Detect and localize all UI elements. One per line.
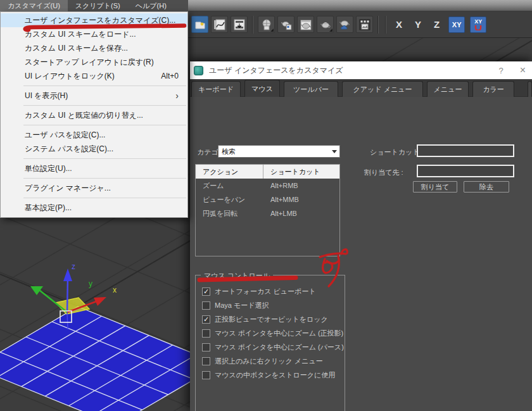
checkbox-label: Maya モード選択 <box>215 301 269 310</box>
gizmo-z-arrow[interactable] <box>63 269 72 281</box>
render-production-icon[interactable] <box>317 16 334 33</box>
application-window: x y z カスタマイズ(U) スクリプト(S) ヘルプ(H) <box>0 0 532 411</box>
menu-item-configure-user-paths[interactable]: ユーザ パスを設定(C)... <box>1 128 187 142</box>
xy-label: XY <box>474 18 482 25</box>
checkbox-zoom-about-pointer-ortho[interactable]: ✓ マウス ポインタを中心にズーム (正投影) <box>202 329 343 338</box>
menu-item-customize-ui[interactable]: ユーザ インタフェースをカスタマイズ(C)... <box>1 13 187 27</box>
tab-partial[interactable] <box>528 81 532 97</box>
gizmo-xy-plane-handle[interactable] <box>56 298 89 314</box>
curve-editor-icon[interactable] <box>211 16 228 33</box>
tab-quad-menus[interactable]: クアッド メニュー <box>342 81 423 97</box>
checkbox-autofocus-viewport[interactable]: ✓ オートフォーカス ビューポート <box>202 287 316 296</box>
menubar-item-customize[interactable]: カスタマイズ(U) <box>0 0 68 11</box>
chevron-down-icon <box>329 146 339 157</box>
assign-button[interactable]: 割り当て <box>413 181 457 193</box>
main-toolbar: X Y Z XY XY <box>187 11 532 38</box>
cell-action: 円弧を回転 <box>196 206 263 220</box>
checkbox-rightclick-menu-selection-only[interactable]: ✓ 選択上のみに右クリック メニュー <box>202 357 323 366</box>
mouse-control-group: マウス コントロール ✓ オートフォーカス ビューポート ✓ Maya モード選… <box>195 275 345 411</box>
menu-item-save-ui-scheme[interactable]: カスタム UI スキームを保存... <box>1 41 187 55</box>
snap-xy-button[interactable]: XY <box>470 16 486 33</box>
toolbar-separator <box>377 16 379 34</box>
checkbox-zoom-about-pointer-persp[interactable]: ✓ マウス ポインタを中心にズーム (パース) <box>202 343 344 352</box>
axis-constraint-xy-button[interactable]: XY <box>448 16 465 33</box>
rendered-frame-window-icon[interactable] <box>297 16 314 33</box>
slate-material-editor-icon[interactable] <box>191 16 208 33</box>
menu-item-custom-ui-defaults-switcher[interactable]: カスタム UI と既定値の切り替え... <box>1 108 187 122</box>
axis-label-z: z <box>72 262 75 271</box>
dialog-close-button[interactable]: × <box>520 65 526 76</box>
submenu-arrow-icon: › <box>175 91 179 101</box>
menu-item-configure-system-paths[interactable]: システム パスを設定(C)... <box>1 142 187 156</box>
window-caption-strip <box>187 0 532 11</box>
shortcut-field-label: ショートカット: <box>370 148 422 157</box>
menu-separator <box>23 178 186 179</box>
checkbox-icon[interactable]: ✓ <box>202 301 210 310</box>
render-last-icon[interactable] <box>356 16 373 33</box>
menu-separator <box>23 158 186 159</box>
remove-button[interactable]: 除去 <box>464 181 509 193</box>
render-in-cloud-icon[interactable] <box>336 16 353 33</box>
menu-item-show-ui[interactable]: UI を表示(H) › <box>1 89 187 103</box>
menubar-item-help[interactable]: ヘルプ(H) <box>128 0 174 11</box>
axis-constraint-x-button[interactable]: X <box>391 19 407 30</box>
plane-object[interactable] <box>0 307 220 411</box>
schematic-view-icon[interactable] <box>231 16 248 33</box>
dialog-titlebar[interactable]: ユーザ インタフェースをカスタマイズ ? × <box>190 61 532 79</box>
checkbox-icon[interactable]: ✓ <box>202 329 210 338</box>
customize-ui-dialog: ユーザ インタフェースをカスタマイズ ? × キーボード マウス ツールバー ク… <box>190 61 532 411</box>
gizmo-y-arrow[interactable] <box>30 286 43 295</box>
checkbox-lock-orbit-ortho[interactable]: ✓ 正投影ビューでオービットをロック <box>202 315 328 324</box>
header-action: アクション <box>196 165 263 179</box>
checkbox-label: 選択上のみに右クリック メニュー <box>215 357 323 366</box>
menu-item-load-ui-scheme[interactable]: カスタム UI スキームをロード... <box>1 27 187 41</box>
checkbox-icon[interactable]: ✓ <box>202 343 210 351</box>
checkbox-maya-mode-selection[interactable]: ✓ Maya モード選択 <box>202 301 269 310</box>
checkbox-icon[interactable]: ✓ <box>202 357 210 365</box>
customize-menu-dropdown: ユーザ インタフェースをカスタマイズ(C)... カスタム UI スキームをロー… <box>0 11 188 218</box>
table-row[interactable]: 円弧を回転 Alt+LMB <box>196 206 339 220</box>
assigned-to-input[interactable] <box>417 165 514 177</box>
menu-item-revert-startup-layout[interactable]: スタートアップ レイアウトに戻す(R) <box>1 55 187 69</box>
tab-menus[interactable]: メニュー <box>427 81 469 97</box>
assigned-to-label: 割り当て先 : <box>364 168 403 177</box>
menubar-item-scripting[interactable]: スクリプト(S) <box>68 0 128 11</box>
table-row[interactable]: ビューをパン Alt+MMB <box>196 193 339 206</box>
axis-label-y: y <box>89 279 92 288</box>
cell-action: ビューをパン <box>196 193 263 206</box>
tab-keyboard[interactable]: キーボード <box>191 81 241 97</box>
category-combobox[interactable]: 検索 <box>218 145 340 158</box>
dialog-help-button[interactable]: ? <box>498 66 519 75</box>
gizmo-x-arrow[interactable] <box>94 297 106 306</box>
menu-item-lock-ui-layout[interactable]: UI レイアウトをロック(K) Alt+0 <box>1 69 187 83</box>
menu-bar: カスタマイズ(U) スクリプト(S) ヘルプ(H) <box>0 0 188 11</box>
actions-listbox[interactable]: アクション ショートカット ズーム Alt+RMB ビューをパン Alt+MMB… <box>195 164 340 256</box>
material-editor-icon[interactable] <box>258 16 275 33</box>
checkbox-icon[interactable]: ✓ <box>202 288 210 296</box>
menu-item-units-setup[interactable]: 単位設定(U)... <box>1 161 187 175</box>
tab-colors[interactable]: カラー <box>472 81 514 97</box>
checkbox-label: 正投影ビューでオービットをロック <box>215 315 328 324</box>
axis-label-x: x <box>113 286 117 294</box>
axis-constraint-y-button[interactable]: Y <box>410 19 426 30</box>
dialog-title: ユーザ インタフェースをカスタマイズ <box>209 65 343 76</box>
shortcut-input[interactable] <box>417 144 514 157</box>
dialog-icon <box>194 66 203 75</box>
actions-list-header: アクション ショートカット <box>196 165 339 179</box>
cell-action: ズーム <box>196 179 263 193</box>
mouse-tab-panel: カテゴリ: 検索 アクション ショートカット ズーム Alt+RMB ビューをパ… <box>190 97 532 411</box>
tab-mouse[interactable]: マウス <box>244 80 280 97</box>
axis-constraint-z-button[interactable]: Z <box>429 19 445 30</box>
menu-item-plugin-manager[interactable]: プラグイン マネージャ... <box>1 181 187 195</box>
checkbox-middle-button-stroke[interactable]: ✓ マウスの中ボタンをストロークに使用 <box>202 370 335 380</box>
cell-shortcut: Alt+LMB <box>263 206 339 220</box>
checkbox-icon[interactable]: ✓ <box>202 315 210 324</box>
render-setup-icon[interactable] <box>277 16 294 33</box>
table-row[interactable]: ズーム Alt+RMB <box>196 179 339 193</box>
checkbox-icon[interactable]: ✓ <box>202 371 210 379</box>
transform-gizmo[interactable] <box>30 269 106 329</box>
cell-shortcut: Alt+MMB <box>263 193 339 206</box>
tab-toolbars[interactable]: ツールバー <box>284 81 338 97</box>
menu-item-label: UI レイアウトをロック(K) <box>25 71 115 82</box>
menu-item-preferences[interactable]: 基本設定(P)... <box>1 201 187 215</box>
